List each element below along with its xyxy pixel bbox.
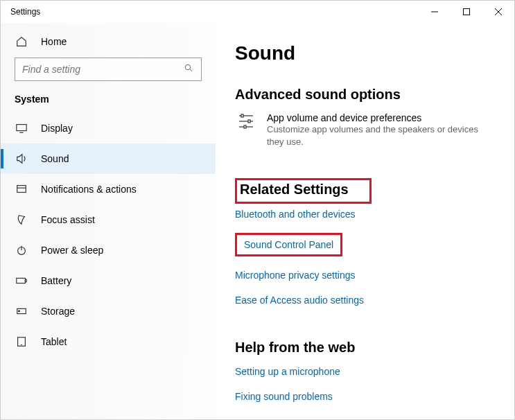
tablet-icon bbox=[15, 335, 28, 348]
svg-rect-23 bbox=[244, 125, 246, 128]
titlebar: Settings bbox=[1, 1, 514, 23]
sidebar-item-label: Focus assist bbox=[41, 214, 95, 225]
content-area: Sound Advanced sound options App volume … bbox=[216, 23, 514, 419]
nav-group-header: System bbox=[1, 94, 216, 113]
link-ease-of-access-audio[interactable]: Ease of Access audio settings bbox=[235, 295, 364, 306]
highlight-sound-control-panel: Sound Control Panel bbox=[235, 233, 342, 256]
sidebar-item-battery[interactable]: Battery bbox=[1, 265, 216, 296]
notifications-icon bbox=[15, 183, 28, 195]
svg-point-4 bbox=[185, 64, 191, 70]
page-title: Sound bbox=[235, 42, 495, 64]
search-input[interactable] bbox=[22, 64, 184, 75]
settings-window: Settings Home bbox=[0, 0, 515, 420]
minimize-button[interactable] bbox=[419, 1, 451, 23]
svg-rect-1 bbox=[464, 9, 470, 15]
sidebar-item-label: Sound bbox=[41, 153, 69, 164]
home-label: Home bbox=[41, 36, 67, 47]
nav-list: Display Sound Notifications & actions Fo… bbox=[1, 113, 216, 357]
sidebar-item-label: Display bbox=[41, 123, 73, 134]
window-title: Settings bbox=[10, 7, 419, 17]
highlight-related-settings: Related Settings bbox=[235, 178, 372, 204]
link-microphone-privacy[interactable]: Microphone privacy settings bbox=[235, 270, 356, 281]
display-icon bbox=[15, 122, 28, 134]
sidebar-item-tablet[interactable]: Tablet bbox=[1, 326, 216, 357]
link-fixing-sound[interactable]: Fixing sound problems bbox=[235, 391, 333, 402]
svg-rect-6 bbox=[17, 125, 26, 131]
power-icon bbox=[15, 244, 28, 256]
sidebar-item-label: Tablet bbox=[41, 336, 67, 347]
sound-icon bbox=[15, 152, 28, 165]
sidebar-item-power-sleep[interactable]: Power & sleep bbox=[1, 235, 216, 265]
sidebar-item-label: Power & sleep bbox=[41, 245, 103, 256]
app-volume-title: App volume and device preferences bbox=[267, 112, 482, 123]
help-heading: Help from the web bbox=[235, 340, 495, 356]
home-button[interactable]: Home bbox=[1, 30, 216, 58]
app-volume-preferences[interactable]: App volume and device preferences Custom… bbox=[235, 112, 495, 148]
sliders-icon bbox=[235, 112, 256, 148]
link-sound-control-panel[interactable]: Sound Control Panel bbox=[244, 239, 333, 250]
sidebar-item-sound[interactable]: Sound bbox=[1, 143, 216, 174]
focus-assist-icon bbox=[15, 213, 28, 226]
sidebar: Home System Display Sound bbox=[1, 23, 216, 419]
svg-point-15 bbox=[19, 310, 20, 312]
sidebar-item-storage[interactable]: Storage bbox=[1, 296, 216, 326]
app-volume-desc: Customize app volumes and the speakers o… bbox=[267, 123, 482, 148]
sidebar-item-focus-assist[interactable]: Focus assist bbox=[1, 204, 216, 235]
home-icon bbox=[15, 35, 28, 48]
search-icon bbox=[184, 63, 194, 76]
sidebar-item-display[interactable]: Display bbox=[1, 113, 216, 143]
link-bluetooth-devices[interactable]: Bluetooth and other devices bbox=[235, 209, 356, 220]
svg-rect-12 bbox=[17, 278, 26, 283]
svg-rect-8 bbox=[17, 186, 26, 193]
advanced-heading: Advanced sound options bbox=[235, 87, 495, 103]
help-links: Setting up a microphone Fixing sound pro… bbox=[235, 365, 495, 403]
sidebar-item-label: Storage bbox=[41, 306, 75, 317]
window-controls bbox=[419, 1, 514, 23]
svg-line-5 bbox=[190, 69, 192, 71]
svg-rect-13 bbox=[25, 279, 26, 282]
battery-icon bbox=[15, 274, 28, 287]
maximize-button[interactable] bbox=[451, 1, 482, 23]
close-button[interactable] bbox=[482, 1, 514, 23]
search-box[interactable] bbox=[15, 58, 202, 81]
related-heading: Related Settings bbox=[240, 182, 349, 198]
related-links: Bluetooth and other devices Sound Contro… bbox=[235, 208, 495, 306]
link-setup-microphone[interactable]: Setting up a microphone bbox=[235, 366, 340, 377]
storage-icon bbox=[15, 305, 28, 317]
svg-rect-22 bbox=[248, 120, 250, 123]
sidebar-item-label: Battery bbox=[41, 275, 71, 286]
sidebar-item-notifications[interactable]: Notifications & actions bbox=[1, 174, 216, 204]
sidebar-item-label: Notifications & actions bbox=[41, 184, 137, 195]
svg-rect-21 bbox=[241, 114, 243, 117]
